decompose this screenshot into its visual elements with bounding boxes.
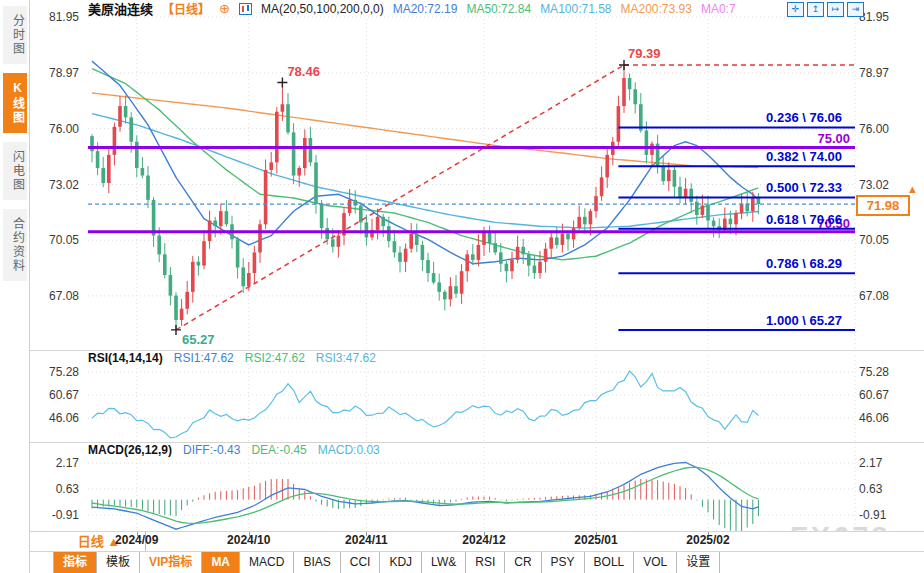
toolbar-item-BIAS[interactable]: BIAS [294, 552, 340, 573]
rsi-panel-svg[interactable] [30, 352, 924, 443]
sidebar-item-合约资料[interactable]: 合约资料 [3, 209, 27, 281]
pan-right-icon[interactable]: ⇥ [847, 2, 864, 17]
x-axis-scale-icon[interactable]: ↦ [827, 2, 844, 17]
fib-level-label: 0.618 \ 70.66 [766, 212, 842, 227]
toolbar-item-设置[interactable]: 设置 [677, 552, 720, 573]
ma-line-MA100 [92, 114, 758, 229]
ma-settings-label: MA(20,50,100,200,0,0) [261, 2, 384, 16]
axis-tick-label: 46.06 [33, 411, 79, 425]
sidebar: 分时图K线图闪电图合约资料 [0, 0, 30, 573]
rsi-indicator-name: RSI(14,14,14) [88, 351, 163, 365]
kline-chart-icon [239, 3, 252, 15]
macd-header: MACD(26,12,9) DIFF:-0.43DEA:-0.45MACD:0.… [88, 443, 380, 457]
toolbar-item-KDJ[interactable]: KDJ [380, 552, 422, 573]
axis-tick-label: 2.17 [33, 456, 79, 470]
chart-window: 分时图K线图闪电图合约资料 美原油连续 【日线】 ⊕ MA(20,50,100,… [0, 0, 924, 573]
anchor-cross-icon [171, 325, 181, 335]
axis-tick-label: 75.28 [859, 365, 889, 379]
toolbar-item-RSI[interactable]: RSI [466, 552, 505, 573]
indicator-value-label: RSI3:47.62 [316, 351, 376, 365]
month-label: 2025/01 [566, 533, 626, 547]
level-label: 75.00 [817, 131, 850, 146]
month-label: 2024/09 [107, 533, 167, 547]
axis-tick-label: 0.63 [33, 482, 79, 496]
y-axis-scale-icon[interactable]: ↥ [807, 2, 824, 17]
chart-tool-icons: ✛↥↦⇥ [787, 2, 864, 17]
indicator-value-label: RSI2:47.62 [245, 351, 305, 365]
macd-indicator-name: MACD(26,12,9) [88, 443, 172, 457]
price-annotation: 78.46 [287, 64, 320, 79]
toolbar-item-VIP指标[interactable]: VIP指标 [140, 552, 202, 573]
axis-tick-label: 46.06 [859, 411, 889, 425]
toolbar-item-MACD[interactable]: MACD [240, 552, 294, 573]
fib-level-label: 0.500 \ 72.33 [766, 180, 842, 195]
axis-tick-label: 67.08 [33, 289, 79, 303]
axis-tick-label: 76.00 [859, 122, 889, 136]
month-label: 2024/11 [336, 533, 396, 547]
axis-tick-label: 60.67 [859, 388, 889, 402]
month-label: 2024/10 [219, 533, 279, 547]
chart-header: 美原油连续 【日线】 ⊕ MA(20,50,100,200,0,0) MA20:… [88, 0, 736, 17]
toolbar-item-指标[interactable]: 指标 [53, 552, 97, 573]
fib-level-label: 1.000 \ 65.27 [766, 313, 842, 328]
macd-dea-line [92, 467, 758, 523]
sidebar-item-分时图[interactable]: 分时图 [3, 6, 27, 64]
period-label[interactable]: 【日线】 [162, 0, 210, 17]
axis-tick-label: 78.97 [33, 66, 79, 80]
axis-tick-label: 75.28 [33, 365, 79, 379]
axis-tick-label: 60.67 [33, 388, 79, 402]
fib-level-label: 0.236 \ 76.06 [766, 110, 842, 125]
ma-value-label: MA200:73.93 [621, 2, 692, 16]
bottom-toolbar: 指标模板VIP指标MAMACDBIASCCIKDJLW&RSICRPSYBOLL… [30, 552, 924, 573]
fib-level-label: 0.382 \ 74.00 [766, 149, 842, 164]
indicator-value-label: DEA:-0.45 [251, 443, 306, 457]
ma-value-label: MA0:7 [701, 2, 736, 16]
axis-tick-label: 73.02 [859, 178, 889, 192]
ma-value-label: MA50:72.84 [466, 2, 531, 16]
toolbar-item-BOLL[interactable]: BOLL [585, 552, 635, 573]
indicator-value-label: DIFF:-0.43 [183, 443, 240, 457]
axis-tick-label: 81.95 [33, 10, 79, 24]
date-axis: 日线 ▲ 2024/092024/102024/112024/122025/01… [30, 532, 924, 551]
sidebar-item-K线图[interactable]: K线图 [3, 73, 27, 133]
symbol-title: 美原油连续 [88, 0, 153, 18]
axis-tick-label: 67.08 [859, 289, 889, 303]
axis-tick-label: 73.02 [33, 178, 79, 192]
fib-level-label: 0.786 \ 68.29 [766, 256, 842, 271]
ma-value-label: MA20:72.19 [393, 2, 458, 16]
indicator-value-label: MACD:0.03 [318, 443, 380, 457]
price-annotation: 65.27 [182, 332, 215, 347]
last-price-tag: 71.98 [856, 195, 910, 216]
add-indicator-icon[interactable]: ⊕ [219, 1, 230, 16]
main-chart-svg[interactable]: 75.0070.500.236 \ 76.060.382 \ 74.000.50… [30, 15, 924, 352]
ma-value-label: MA100:71.58 [540, 2, 611, 16]
price-arrow-icon: ▲ [907, 183, 918, 195]
toolbar-item-CR[interactable]: CR [505, 552, 541, 573]
toolbar-item-CCI[interactable]: CCI [341, 552, 381, 573]
toolbar-item-LW&[interactable]: LW& [422, 552, 466, 573]
anchor-cross-icon [619, 60, 629, 70]
axis-tick-label: 70.05 [859, 233, 889, 247]
toolbar-item-MA[interactable]: MA [202, 552, 240, 573]
axis-tick-label: 2.17 [859, 456, 882, 470]
month-label: 2024/12 [454, 533, 514, 547]
toolbar-item-模板[interactable]: 模板 [97, 552, 140, 573]
axis-tick-label: -0.91 [859, 508, 886, 522]
axis-tick-label: 0.63 [859, 482, 882, 496]
axis-tick-label: -0.91 [33, 508, 79, 522]
axis-tick-label: 76.00 [33, 122, 79, 136]
crosshair-move-icon[interactable]: ✛ [787, 2, 804, 17]
price-annotation: 79.39 [628, 46, 661, 61]
toolbar-item-VOL[interactable]: VOL [634, 552, 677, 573]
rsi-line [92, 371, 758, 438]
ma-values: MA20:72.19MA50:72.84MA100:71.58MA200:73.… [393, 2, 736, 16]
sidebar-item-闪电图[interactable]: 闪电图 [3, 142, 27, 200]
anchor-cross-icon [277, 77, 287, 87]
indicator-value-label: RSI1:47.62 [174, 351, 234, 365]
macd-diff-line [92, 463, 758, 530]
axis-tick-label: 70.05 [33, 233, 79, 247]
axis-tick-label: 78.97 [859, 66, 889, 80]
toolbar-item-PSY[interactable]: PSY [542, 552, 585, 573]
rsi-header: RSI(14,14,14) RSI1:47.62RSI2:47.62RSI3:4… [88, 351, 376, 365]
month-label: 2025/02 [678, 533, 738, 547]
